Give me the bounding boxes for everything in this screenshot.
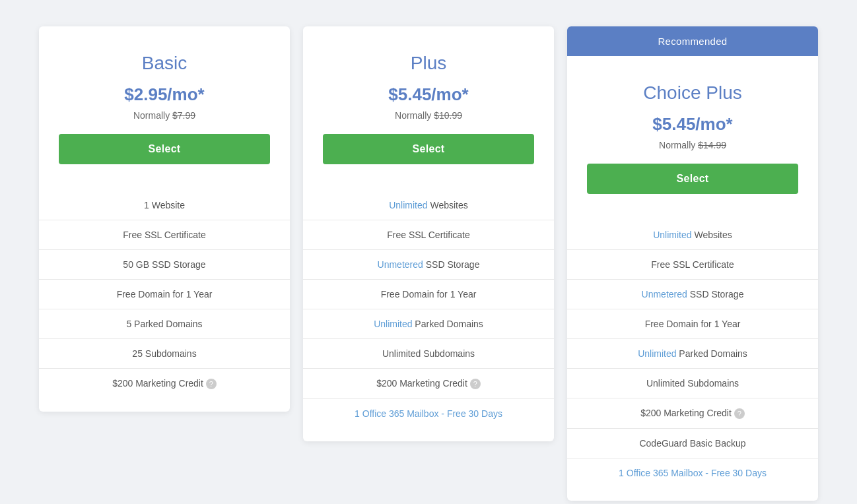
feature-highlight: Unmetered <box>642 289 687 299</box>
feature-item: $200 Marketing Credit? <box>303 369 554 399</box>
feature-item: Unlimited Parked Domains <box>303 309 554 339</box>
feature-text: Unlimited Subdomains <box>646 378 739 389</box>
feature-item: Unlimited Websites <box>567 220 818 250</box>
recommended-banner: Recommended <box>567 26 818 56</box>
feature-item: Free Domain for 1 Year <box>303 280 554 309</box>
feature-text: 25 Subdomains <box>132 348 196 359</box>
feature-highlight: Unlimited <box>653 230 691 240</box>
feature-item: Free SSL Certificate <box>567 250 818 280</box>
pricing-container: Basic$2.95/mo*Normally $7.99Select1 Webs… <box>13 26 844 501</box>
feature-text: Free Domain for 1 Year <box>381 289 477 299</box>
feature-text: Free SSL Certificate <box>123 230 206 240</box>
feature-highlight: 1 Office 365 Mailbox - Free 30 Days <box>619 468 767 478</box>
feature-item: Unmetered SSD Storage <box>303 250 554 280</box>
plan-card-choice-plus: RecommendedChoice Plus$5.45/mo*Normally … <box>567 26 818 501</box>
feature-item: $200 Marketing Credit? <box>39 369 290 398</box>
feature-item: Free SSL Certificate <box>39 220 290 250</box>
info-icon[interactable]: ? <box>470 379 481 389</box>
plan-normally-plus: Normally $10.99 <box>323 110 534 121</box>
feature-text: 5 Parked Domains <box>126 319 202 329</box>
plan-name-choice-plus: Choice Plus <box>587 82 798 104</box>
feature-text: 1 Website <box>144 200 185 210</box>
feature-highlight: Unlimited <box>374 319 412 329</box>
plan-name-plus: Plus <box>323 53 534 74</box>
feature-text: 50 GB SSD Storage <box>123 259 205 270</box>
info-icon[interactable]: ? <box>734 408 745 419</box>
plan-name-basic: Basic <box>59 53 270 74</box>
feature-item: 1 Office 365 Mailbox - Free 30 Days <box>567 458 818 488</box>
feature-text: Free Domain for 1 Year <box>645 319 741 329</box>
plan-normally-choice-plus: Normally $14.99 <box>587 140 798 150</box>
feature-highlight: 1 Office 365 Mailbox - Free 30 Days <box>355 408 502 419</box>
plan-price-basic: $2.95/mo* <box>59 84 270 105</box>
info-icon[interactable]: ? <box>206 379 217 389</box>
feature-text: Free Domain for 1 Year <box>117 289 213 299</box>
feature-text: Unlimited Subdomains <box>382 348 475 359</box>
feature-item: Unlimited Parked Domains <box>567 339 818 369</box>
plan-price-choice-plus: $5.45/mo* <box>587 114 798 135</box>
select-button-basic[interactable]: Select <box>59 134 270 164</box>
plan-card-basic: Basic$2.95/mo*Normally $7.99Select1 Webs… <box>39 26 290 412</box>
feature-item: Free Domain for 1 Year <box>39 280 290 309</box>
feature-text: Free SSL Certificate <box>387 230 470 240</box>
feature-text: Free SSL Certificate <box>651 259 734 270</box>
feature-item: Unlimited Subdomains <box>303 339 554 369</box>
feature-text: CodeGuard Basic Backup <box>639 438 745 449</box>
feature-item: 50 GB SSD Storage <box>39 250 290 280</box>
features-list-choice-plus: Unlimited WebsitesFree SSL CertificateUn… <box>567 220 818 488</box>
feature-item: CodeGuard Basic Backup <box>567 429 818 458</box>
feature-highlight: Unmetered <box>378 259 423 270</box>
feature-item: Free Domain for 1 Year <box>567 309 818 339</box>
feature-item: Free SSL Certificate <box>303 220 554 250</box>
feature-text: $200 Marketing Credit <box>376 378 467 389</box>
select-button-plus[interactable]: Select <box>323 134 534 164</box>
feature-item: $200 Marketing Credit? <box>567 398 818 429</box>
feature-item: Unmetered SSD Storage <box>567 280 818 309</box>
select-button-choice-plus[interactable]: Select <box>587 164 798 194</box>
features-list-basic: 1 WebsiteFree SSL Certificate50 GB SSD S… <box>39 191 290 398</box>
feature-item: Unlimited Websites <box>303 191 554 220</box>
feature-highlight: Unlimited <box>389 200 427 210</box>
feature-item: 1 Website <box>39 191 290 220</box>
plan-price-plus: $5.45/mo* <box>323 84 534 105</box>
feature-text: $200 Marketing Credit <box>112 378 203 389</box>
plan-normally-basic: Normally $7.99 <box>59 110 270 121</box>
features-list-plus: Unlimited WebsitesFree SSL CertificateUn… <box>303 191 554 428</box>
plan-card-plus: Plus$5.45/mo*Normally $10.99SelectUnlimi… <box>303 26 554 441</box>
feature-item: 5 Parked Domains <box>39 309 290 339</box>
feature-item: Unlimited Subdomains <box>567 369 818 398</box>
feature-text: $200 Marketing Credit <box>640 408 732 418</box>
feature-highlight: Unlimited <box>638 348 676 359</box>
feature-item: 1 Office 365 Mailbox - Free 30 Days <box>303 399 554 428</box>
feature-item: 25 Subdomains <box>39 339 290 369</box>
